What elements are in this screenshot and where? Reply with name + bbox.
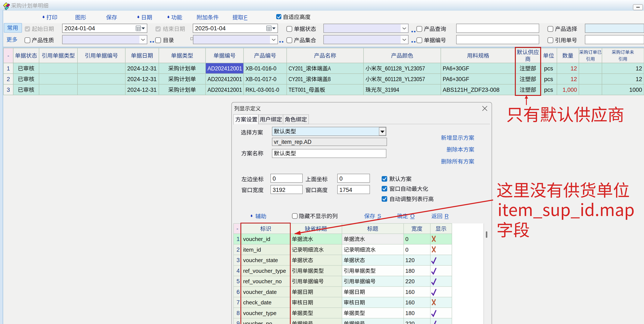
svg-text:8: 8 [236,310,240,316]
svg-text:1,000: 1,000 [562,87,577,93]
svg-text:220: 220 [405,278,414,284]
svg-text:TET001_: TET001_ [288,87,309,93]
svg-text:2024-01-04: 2024-01-04 [64,25,95,32]
svg-text:check_date: check_date [243,299,272,306]
svg-text:voucher_type: voucher_type [243,310,276,316]
svg-text:6: 6 [236,289,240,295]
svg-text:2024-12-31: 2024-12-31 [127,76,157,82]
svg-text:XB-01-016-0: XB-01-016-0 [246,65,276,72]
svg-text:AD202412001: AD202412001 [208,87,242,93]
svg-text:2: 2 [236,246,240,253]
svg-text:vr_item_rep.AD: vr_item_rep.AD [274,139,312,145]
svg-text:5: 5 [236,278,240,284]
svg-text:180: 180 [405,310,414,316]
svg-text:180: 180 [405,268,414,274]
svg-text:pcs: pcs [544,65,553,72]
svg-text:voucher_id: voucher_id [243,236,270,242]
svg-text:3192: 3192 [272,187,286,193]
svg-text:_31994: _31994 [382,87,399,93]
svg-text:4: 4 [236,268,240,274]
svg-text:12: 12 [570,65,577,72]
svg-text:AD202412001: AD202412001 [208,76,242,82]
svg-text:S: S [378,213,381,219]
svg-text:_601128_YL23057: _601128_YL23057 [382,65,425,72]
svg-text:160: 160 [405,289,414,295]
svg-text:1: 1 [236,236,240,242]
svg-text:220: 220 [405,320,414,324]
svg-text:2024-12-31: 2024-12-31 [127,87,157,93]
svg-text:2025-01-04: 2025-01-04 [195,25,226,32]
svg-text:R: R [445,213,449,219]
svg-text:F: F [244,14,248,20]
svg-text:9: 9 [236,320,240,324]
svg-text:XB-01-017-0: XB-01-017-0 [246,76,276,82]
svg-text:B: B [328,76,331,82]
svg-text:pcs: pcs [544,87,553,93]
svg-text:12: 12 [570,76,577,82]
svg-text:1000: 1000 [629,87,642,93]
svg-text:voucher_state: voucher_state [243,257,278,264]
svg-text:voucher_date: voucher_date [243,289,277,295]
svg-text:2024-12-31: 2024-12-31 [127,65,157,72]
svg-text:PA6+30GF: PA6+30GF [443,76,469,82]
svg-text:0: 0 [272,176,276,182]
svg-text:3: 3 [236,257,240,264]
svg-text:CY201_: CY201_ [288,65,306,72]
svg-text:ABS121H_ZDF23-008: ABS121H_ZDF23-008 [443,87,500,93]
svg-text:RKL-03-001-0: RKL-03-001-0 [246,87,279,93]
svg-text:1754: 1754 [340,187,352,193]
svg-text:0: 0 [340,176,342,182]
svg-text:ref_voucher_type: ref_voucher_type [243,268,286,274]
svg-text:item_id: item_id [243,246,261,253]
svg-text:_601128_YL23057: _601128_YL23057 [382,76,425,82]
svg-text:voucher_no: voucher_no [243,320,272,324]
svg-text:-: - [236,226,238,232]
svg-text:120: 120 [405,257,414,264]
svg-text:7: 7 [236,299,240,306]
svg-text:160: 160 [405,299,414,306]
svg-text:PA6+30GF: PA6+30GF [443,65,469,72]
svg-text:0: 0 [405,246,408,253]
svg-text:CY201_: CY201_ [288,76,306,82]
svg-text:12: 12 [636,65,642,72]
svg-text:0: 0 [405,236,408,242]
svg-text:3: 3 [6,87,10,93]
svg-text:AD202412001: AD202412001 [208,65,242,72]
svg-text:ref_voucher_no: ref_voucher_no [243,278,282,284]
svg-text:12: 12 [636,76,642,82]
svg-text:pcs: pcs [544,76,553,82]
svg-text:A: A [328,65,331,72]
svg-text:2: 2 [6,76,10,82]
svg-text:1: 1 [6,65,10,72]
